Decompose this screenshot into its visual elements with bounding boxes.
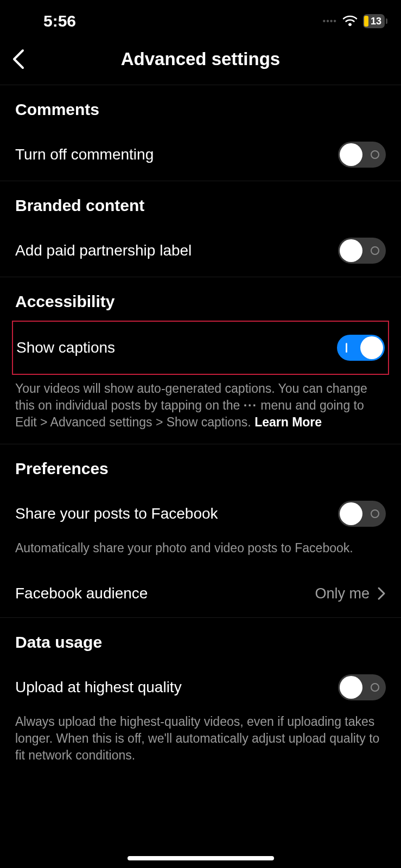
section-header-data-usage: Data usage bbox=[0, 618, 401, 661]
back-button[interactable] bbox=[11, 48, 27, 70]
row-share-to-facebook: Share your posts to Facebook bbox=[0, 488, 401, 540]
facebook-audience-value: Only me bbox=[315, 585, 370, 602]
highlight-show-captions: Show captions bbox=[12, 321, 389, 375]
section-header-branded: Branded content bbox=[0, 181, 401, 225]
toggle-knob bbox=[360, 336, 383, 359]
turn-off-commenting-toggle[interactable] bbox=[338, 142, 386, 168]
learn-more-link[interactable]: Learn More bbox=[254, 415, 322, 429]
status-time: 5:56 bbox=[43, 12, 76, 30]
row-facebook-audience[interactable]: Facebook audience Only me bbox=[0, 570, 401, 617]
toggle-knob bbox=[340, 239, 362, 262]
section-preferences: Preferences Share your posts to Facebook… bbox=[0, 444, 401, 618]
toggle-knob bbox=[340, 143, 362, 166]
row-paid-partnership: Add paid partnership label bbox=[0, 225, 401, 277]
section-accessibility: Accessibility Show captions Your videos … bbox=[0, 277, 401, 444]
share-facebook-label: Share your posts to Facebook bbox=[15, 505, 218, 522]
home-indicator[interactable] bbox=[128, 856, 274, 860]
section-header-comments: Comments bbox=[0, 85, 401, 129]
upload-quality-description: Always upload the highest-quality videos… bbox=[0, 713, 401, 777]
signal-dots-icon: •••• bbox=[323, 16, 337, 26]
wifi-icon bbox=[342, 15, 358, 27]
upload-quality-label: Upload at highest quality bbox=[15, 679, 182, 696]
show-captions-toggle[interactable] bbox=[337, 335, 385, 361]
page-title: Advanced settings bbox=[11, 49, 390, 69]
show-captions-label: Show captions bbox=[16, 339, 115, 356]
toggle-off-indicator-icon bbox=[371, 683, 379, 692]
toggle-off-indicator-icon bbox=[371, 509, 379, 518]
section-comments: Comments Turn off commenting bbox=[0, 85, 401, 181]
turn-off-commenting-label: Turn off commenting bbox=[15, 146, 154, 163]
battery-fill bbox=[364, 16, 368, 27]
show-captions-description: Your videos will show auto-generated cap… bbox=[0, 380, 401, 444]
battery-percent: 13 bbox=[371, 16, 381, 27]
row-turn-off-commenting: Turn off commenting bbox=[0, 129, 401, 181]
share-facebook-description: Automatically share your photo and video… bbox=[0, 540, 401, 570]
status-indicators: •••• 13 bbox=[323, 14, 385, 28]
paid-partnership-label: Add paid partnership label bbox=[15, 242, 192, 259]
battery-indicator: 13 bbox=[363, 14, 385, 28]
share-facebook-toggle[interactable] bbox=[338, 501, 386, 527]
section-data-usage: Data usage Upload at highest quality Alw… bbox=[0, 618, 401, 777]
toggle-off-indicator-icon bbox=[371, 150, 379, 159]
facebook-audience-value-wrap: Only me bbox=[315, 585, 386, 602]
row-upload-quality: Upload at highest quality bbox=[0, 661, 401, 713]
toggle-on-indicator-icon bbox=[346, 343, 347, 353]
section-branded-content: Branded content Add paid partnership lab… bbox=[0, 181, 401, 277]
upload-quality-toggle[interactable] bbox=[338, 674, 386, 700]
toggle-knob bbox=[340, 502, 362, 525]
page-header: Advanced settings bbox=[0, 38, 401, 85]
toggle-knob bbox=[340, 676, 362, 699]
dots-icon: ··· bbox=[244, 398, 257, 412]
paid-partnership-toggle[interactable] bbox=[338, 238, 386, 264]
facebook-audience-label: Facebook audience bbox=[15, 585, 148, 602]
section-header-accessibility: Accessibility bbox=[0, 277, 401, 321]
status-bar: 5:56 •••• 13 bbox=[0, 0, 401, 38]
chevron-right-icon bbox=[377, 586, 386, 601]
row-show-captions: Show captions bbox=[13, 322, 388, 374]
toggle-off-indicator-icon bbox=[371, 246, 379, 255]
section-header-preferences: Preferences bbox=[0, 444, 401, 488]
